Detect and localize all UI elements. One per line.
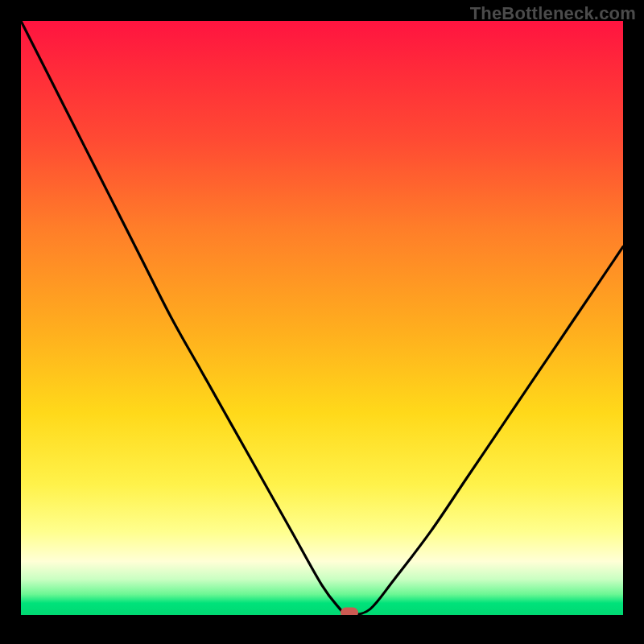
chart-frame: TheBottleneck.com [0, 0, 644, 644]
plot-area [21, 21, 623, 615]
watermark-text: TheBottleneck.com [470, 3, 636, 24]
curve-svg [21, 21, 623, 615]
bottleneck-curve [21, 21, 623, 615]
min-marker [341, 608, 358, 616]
